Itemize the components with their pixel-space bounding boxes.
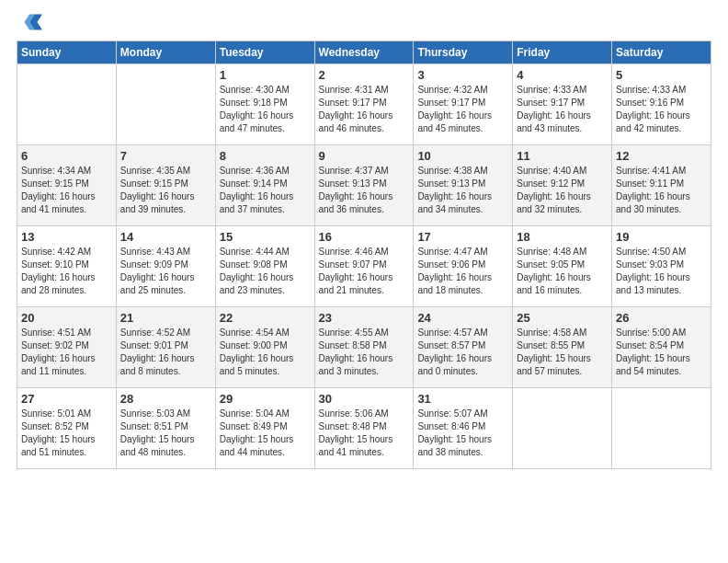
day-info: Sunrise: 4:30 AM Sunset: 9:18 PM Dayligh…: [220, 84, 311, 135]
calendar-cell: 6Sunrise: 4:34 AM Sunset: 9:15 PM Daylig…: [17, 145, 117, 226]
day-info: Sunrise: 4:58 AM Sunset: 8:55 PM Dayligh…: [517, 327, 608, 378]
day-number: 30: [319, 392, 410, 406]
day-number: 24: [417, 311, 508, 325]
day-info: Sunrise: 5:04 AM Sunset: 8:49 PM Dayligh…: [220, 408, 311, 459]
calendar-cell: 10Sunrise: 4:38 AM Sunset: 9:13 PM Dayli…: [414, 145, 513, 226]
day-number: 27: [21, 392, 112, 406]
calendar-cell: 4Sunrise: 4:33 AM Sunset: 9:17 PM Daylig…: [513, 64, 612, 145]
day-number: 9: [319, 149, 410, 163]
day-number: 12: [616, 149, 707, 163]
header: [17, 9, 711, 35]
day-info: Sunrise: 4:31 AM Sunset: 9:17 PM Dayligh…: [319, 84, 410, 135]
day-number: 4: [517, 68, 608, 82]
calendar-week-4: 20Sunrise: 4:51 AM Sunset: 9:02 PM Dayli…: [17, 307, 711, 388]
day-number: 5: [616, 68, 707, 82]
day-info: Sunrise: 4:51 AM Sunset: 9:02 PM Dayligh…: [21, 327, 112, 378]
weekday-header-thursday: Thursday: [414, 41, 513, 64]
day-info: Sunrise: 5:03 AM Sunset: 8:51 PM Dayligh…: [120, 408, 211, 459]
day-number: 3: [417, 68, 508, 82]
calendar-cell: 16Sunrise: 4:46 AM Sunset: 9:07 PM Dayli…: [314, 226, 414, 307]
calendar-cell: 17Sunrise: 4:47 AM Sunset: 9:06 PM Dayli…: [414, 226, 513, 307]
calendar-cell: 13Sunrise: 4:42 AM Sunset: 9:10 PM Dayli…: [17, 226, 117, 307]
day-number: 11: [517, 149, 608, 163]
calendar-cell: 2Sunrise: 4:31 AM Sunset: 9:17 PM Daylig…: [314, 64, 414, 145]
day-number: 28: [120, 392, 211, 406]
day-number: 7: [120, 149, 211, 163]
calendar-cell: 23Sunrise: 4:55 AM Sunset: 8:58 PM Dayli…: [314, 307, 414, 388]
day-info: Sunrise: 4:42 AM Sunset: 9:10 PM Dayligh…: [21, 246, 112, 297]
day-info: Sunrise: 4:43 AM Sunset: 9:09 PM Dayligh…: [120, 246, 211, 297]
day-number: 13: [21, 230, 112, 244]
page: SundayMondayTuesdayWednesdayThursdayFrid…: [0, 0, 728, 563]
calendar-cell: 3Sunrise: 4:32 AM Sunset: 9:17 PM Daylig…: [414, 64, 513, 145]
calendar-cell: [116, 64, 215, 145]
calendar-cell: [513, 388, 612, 469]
day-info: Sunrise: 4:44 AM Sunset: 9:08 PM Dayligh…: [220, 246, 311, 297]
weekday-header-saturday: Saturday: [612, 41, 711, 64]
calendar-cell: 28Sunrise: 5:03 AM Sunset: 8:51 PM Dayli…: [116, 388, 215, 469]
day-info: Sunrise: 5:01 AM Sunset: 8:52 PM Dayligh…: [21, 408, 112, 459]
calendar-cell: 14Sunrise: 4:43 AM Sunset: 9:09 PM Dayli…: [116, 226, 215, 307]
day-info: Sunrise: 4:57 AM Sunset: 8:57 PM Dayligh…: [417, 327, 508, 378]
calendar-cell: 31Sunrise: 5:07 AM Sunset: 8:46 PM Dayli…: [414, 388, 513, 469]
calendar-cell: 9Sunrise: 4:37 AM Sunset: 9:13 PM Daylig…: [314, 145, 414, 226]
calendar-week-2: 6Sunrise: 4:34 AM Sunset: 9:15 PM Daylig…: [17, 145, 711, 226]
weekday-header-sunday: Sunday: [17, 41, 117, 64]
day-number: 21: [120, 311, 211, 325]
day-info: Sunrise: 4:46 AM Sunset: 9:07 PM Dayligh…: [319, 246, 410, 297]
calendar-cell: [17, 64, 117, 145]
calendar-cell: 5Sunrise: 4:33 AM Sunset: 9:16 PM Daylig…: [612, 64, 711, 145]
day-number: 1: [220, 68, 311, 82]
day-number: 19: [616, 230, 707, 244]
day-info: Sunrise: 4:50 AM Sunset: 9:03 PM Dayligh…: [616, 246, 707, 297]
calendar-cell: 29Sunrise: 5:04 AM Sunset: 8:49 PM Dayli…: [215, 388, 314, 469]
day-info: Sunrise: 4:36 AM Sunset: 9:14 PM Dayligh…: [220, 165, 311, 216]
calendar-cell: 25Sunrise: 4:58 AM Sunset: 8:55 PM Dayli…: [513, 307, 612, 388]
calendar-cell: 21Sunrise: 4:52 AM Sunset: 9:01 PM Dayli…: [116, 307, 215, 388]
day-info: Sunrise: 4:32 AM Sunset: 9:17 PM Dayligh…: [417, 84, 508, 135]
day-number: 6: [21, 149, 112, 163]
day-info: Sunrise: 4:34 AM Sunset: 9:15 PM Dayligh…: [21, 165, 112, 216]
calendar-week-3: 13Sunrise: 4:42 AM Sunset: 9:10 PM Dayli…: [17, 226, 711, 307]
calendar-cell: 18Sunrise: 4:48 AM Sunset: 9:05 PM Dayli…: [513, 226, 612, 307]
calendar-cell: 26Sunrise: 5:00 AM Sunset: 8:54 PM Dayli…: [612, 307, 711, 388]
weekday-header-monday: Monday: [116, 41, 215, 64]
calendar-cell: 19Sunrise: 4:50 AM Sunset: 9:03 PM Dayli…: [612, 226, 711, 307]
day-info: Sunrise: 4:35 AM Sunset: 9:15 PM Dayligh…: [120, 165, 211, 216]
day-number: 23: [319, 311, 410, 325]
calendar-cell: 30Sunrise: 5:06 AM Sunset: 8:48 PM Dayli…: [314, 388, 414, 469]
day-info: Sunrise: 5:06 AM Sunset: 8:48 PM Dayligh…: [319, 408, 410, 459]
day-number: 25: [517, 311, 608, 325]
calendar-week-5: 27Sunrise: 5:01 AM Sunset: 8:52 PM Dayli…: [17, 388, 711, 469]
day-number: 2: [319, 68, 410, 82]
day-number: 10: [417, 149, 508, 163]
day-info: Sunrise: 4:41 AM Sunset: 9:11 PM Dayligh…: [616, 165, 707, 216]
calendar-cell: 20Sunrise: 4:51 AM Sunset: 9:02 PM Dayli…: [17, 307, 117, 388]
day-number: 20: [21, 311, 112, 325]
calendar-week-1: 1Sunrise: 4:30 AM Sunset: 9:18 PM Daylig…: [17, 64, 711, 145]
day-number: 29: [220, 392, 311, 406]
day-info: Sunrise: 4:47 AM Sunset: 9:06 PM Dayligh…: [417, 246, 508, 297]
day-info: Sunrise: 4:55 AM Sunset: 8:58 PM Dayligh…: [319, 327, 410, 378]
weekday-header-tuesday: Tuesday: [215, 41, 314, 64]
day-info: Sunrise: 4:33 AM Sunset: 9:17 PM Dayligh…: [517, 84, 608, 135]
day-info: Sunrise: 4:38 AM Sunset: 9:13 PM Dayligh…: [417, 165, 508, 216]
weekday-header-friday: Friday: [513, 41, 612, 64]
day-info: Sunrise: 4:37 AM Sunset: 9:13 PM Dayligh…: [319, 165, 410, 216]
day-number: 31: [417, 392, 508, 406]
calendar-cell: 11Sunrise: 4:40 AM Sunset: 9:12 PM Dayli…: [513, 145, 612, 226]
day-info: Sunrise: 5:00 AM Sunset: 8:54 PM Dayligh…: [616, 327, 707, 378]
calendar: SundayMondayTuesdayWednesdayThursdayFrid…: [17, 40, 711, 469]
day-info: Sunrise: 5:07 AM Sunset: 8:46 PM Dayligh…: [417, 408, 508, 459]
logo-icon: [17, 9, 42, 35]
day-number: 26: [616, 311, 707, 325]
day-number: 17: [417, 230, 508, 244]
day-number: 14: [120, 230, 211, 244]
calendar-cell: 12Sunrise: 4:41 AM Sunset: 9:11 PM Dayli…: [612, 145, 711, 226]
calendar-cell: 8Sunrise: 4:36 AM Sunset: 9:14 PM Daylig…: [215, 145, 314, 226]
day-number: 22: [220, 311, 311, 325]
weekday-header-wednesday: Wednesday: [314, 41, 414, 64]
calendar-cell: 1Sunrise: 4:30 AM Sunset: 9:18 PM Daylig…: [215, 64, 314, 145]
day-number: 8: [220, 149, 311, 163]
day-number: 16: [319, 230, 410, 244]
